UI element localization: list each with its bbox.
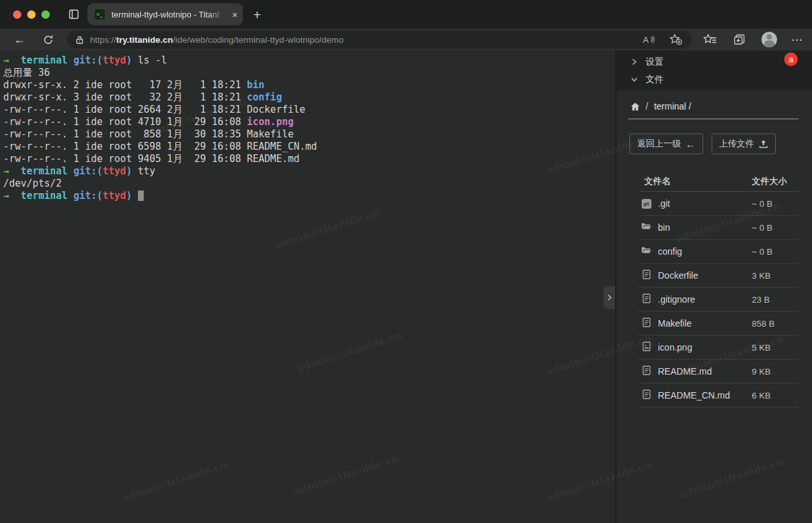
file-row[interactable]: git.git~ 0 B: [639, 192, 798, 216]
breadcrumb-divider: [628, 119, 798, 119]
url-text: https://try.titanide.cn/ide/web/coding/t…: [90, 35, 343, 45]
section-settings-label: 设置: [646, 56, 664, 68]
navigation-toolbar: ← https://try.titanide.cn/ide/web/coding…: [0, 29, 812, 51]
favorites-icon[interactable]: [702, 32, 717, 47]
file-row[interactable]: README_CN.md6 KB: [639, 384, 798, 408]
new-tab-button[interactable]: +: [253, 8, 261, 21]
file-size: 5 KB: [752, 343, 798, 353]
file-size: 23 B: [752, 295, 798, 305]
section-files[interactable]: 文件: [616, 71, 812, 88]
section-files-label: 文件: [646, 74, 664, 86]
file-name[interactable]: icon.png: [658, 342, 752, 353]
file-name[interactable]: .gitignore: [658, 294, 752, 305]
home-icon[interactable]: [630, 102, 640, 111]
terminal-line: → terminal git:(ttyd): [3, 190, 615, 202]
terminal-line: -rw-r--r--. 1 ide root 858 1月 30 18:35 M…: [3, 128, 615, 141]
terminal-line: → terminal git:(ttyd) tty: [3, 165, 615, 178]
file-size: 3 KB: [752, 271, 798, 281]
file-size: 9 KB: [752, 367, 798, 377]
file-row[interactable]: bin~ 0 B: [639, 216, 798, 240]
folder-icon: [641, 246, 651, 257]
settings-more-icon[interactable]: ⋯: [791, 33, 803, 47]
svg-text:A: A: [643, 35, 649, 45]
lock-icon: [75, 35, 84, 45]
upload-button[interactable]: 上传文件: [712, 134, 776, 154]
file-name[interactable]: config: [658, 246, 752, 257]
go-up-label: 返回上一级: [637, 138, 681, 150]
chevron-right-icon: [606, 294, 613, 301]
section-settings[interactable]: 设置: [616, 53, 812, 71]
file-actions: 返回上一级 ← 上传文件: [629, 134, 812, 154]
file-row[interactable]: README.md9 KB: [639, 360, 798, 384]
terminal-line: drwxr-sr-x. 2 ide root 17 2月 1 18:21 bin: [3, 79, 615, 91]
file-size: 858 B: [752, 319, 798, 329]
file-name[interactable]: Dockerfile: [658, 270, 752, 281]
git-icon: git: [642, 199, 651, 209]
terminal-line: -rw-r--r--. 1 ide root 6598 1月 29 16:08 …: [3, 141, 615, 153]
titlebar: >_ terminal-ttyd-wlotnipo - TitanI × +: [0, 0, 812, 29]
file-name[interactable]: README.md: [658, 366, 752, 377]
url-host: try.titanide.cn: [117, 35, 174, 45]
panel-header: 设置 文件 a: [616, 51, 812, 90]
terminal-favicon-icon: >_: [94, 8, 106, 20]
avatar-person-icon: [767, 34, 772, 40]
file-row[interactable]: icon.png5 KB: [639, 336, 798, 360]
close-window-button[interactable]: [13, 10, 21, 19]
file-row[interactable]: Makefile858 B: [639, 312, 798, 336]
file-row[interactable]: .gitignore23 B: [639, 288, 798, 312]
breadcrumb-current[interactable]: terminal /: [654, 101, 692, 111]
tab-actions-icon[interactable]: [67, 7, 81, 21]
header-file-name: 文件名: [639, 176, 752, 187]
image-icon: [642, 342, 651, 354]
terminal-line: -rw-r--r--. 1 ide root 2664 2月 1 18:21 D…: [3, 104, 615, 116]
terminal-line: -rw-r--r--. 1 ide root 4710 1月 29 16:08 …: [3, 116, 615, 128]
file-size: ~ 0 B: [752, 223, 798, 233]
profile-avatar[interactable]: [761, 32, 777, 47]
back-button[interactable]: ←: [12, 32, 27, 47]
go-up-button[interactable]: 返回上一级 ←: [629, 134, 703, 154]
terminal-line: /dev/pts/2: [3, 178, 615, 190]
window-controls: [13, 10, 50, 19]
file-icon: [642, 294, 651, 306]
file-sidebar: 设置 文件 a / terminal / 返回上一级 ←: [615, 51, 812, 523]
page-content: → terminal git:(ttyd) ls -l总用量 36drwxr-s…: [0, 51, 812, 523]
terminal-line: 总用量 36: [3, 67, 615, 79]
file-icon: [642, 318, 651, 330]
file-name[interactable]: bin: [658, 222, 752, 233]
browser-window: >_ terminal-ttyd-wlotnipo - TitanI × + ←…: [0, 0, 812, 523]
fullscreen-window-button[interactable]: [41, 10, 50, 19]
file-row[interactable]: config~ 0 B: [639, 240, 798, 264]
chevron-down-icon: [630, 75, 640, 84]
file-name[interactable]: Makefile: [658, 318, 752, 329]
minimize-window-button[interactable]: [27, 10, 36, 19]
add-favorite-icon[interactable]: [668, 32, 684, 47]
url-scheme: https://: [90, 35, 117, 45]
terminal-cursor: [138, 191, 144, 201]
file-row[interactable]: Dockerfile3 KB: [639, 264, 798, 288]
chevron-right-icon: [630, 58, 640, 66]
terminal-line: -rw-r--r--. 1 ide root 9405 1月 29 16:08 …: [3, 153, 615, 165]
file-size: ~ 0 B: [752, 199, 798, 209]
file-name[interactable]: .git: [658, 198, 752, 209]
tab-title: terminal-ttyd-wlotnipo - TitanI: [111, 10, 229, 19]
terminal[interactable]: → terminal git:(ttyd) ls -l总用量 36drwxr-s…: [0, 51, 615, 523]
terminal-line: drwxr-sr-x. 3 ide root 32 2月 1 18:21 con…: [3, 91, 615, 104]
header-file-size: 文件大小: [752, 176, 798, 187]
file-name[interactable]: README_CN.md: [658, 390, 752, 401]
url-path: /ide/web/coding/terminal-ttyd-wlotnipo/d…: [173, 35, 343, 45]
terminal-line: → terminal git:(ttyd) ls -l: [3, 54, 615, 67]
active-tab[interactable]: >_ terminal-ttyd-wlotnipo - TitanI ×: [87, 3, 243, 25]
user-badge[interactable]: a: [784, 52, 798, 66]
collections-icon[interactable]: [732, 32, 747, 47]
read-aloud-icon[interactable]: A: [641, 32, 657, 47]
address-bar[interactable]: https://try.titanide.cn/ide/web/coding/t…: [67, 30, 692, 49]
file-icon: [642, 270, 651, 282]
refresh-button[interactable]: [40, 32, 56, 47]
toolbar-icons: ⋯: [702, 32, 803, 47]
breadcrumb-separator: /: [646, 101, 648, 111]
arrow-left-icon: ←: [686, 139, 695, 149]
tab-close-icon[interactable]: ×: [232, 10, 238, 19]
folder-icon: [641, 222, 651, 233]
sidebar-collapse-handle[interactable]: [603, 286, 615, 309]
file-size: 6 KB: [752, 391, 798, 401]
